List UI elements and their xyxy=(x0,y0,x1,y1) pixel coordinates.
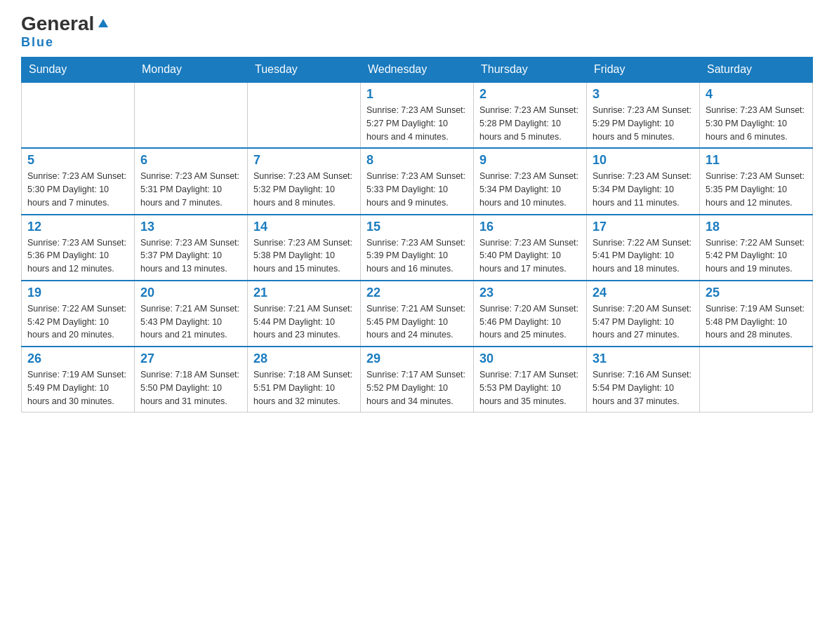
day-info: Sunrise: 7:23 AM Sunset: 5:35 PM Dayligh… xyxy=(706,170,807,209)
day-header-sunday: Sunday xyxy=(22,58,135,83)
calendar-cell: 28Sunrise: 7:18 AM Sunset: 5:51 PM Dayli… xyxy=(248,347,361,412)
day-info: Sunrise: 7:21 AM Sunset: 5:45 PM Dayligh… xyxy=(366,302,468,342)
day-number: 8 xyxy=(366,153,468,168)
calendar-cell: 15Sunrise: 7:23 AM Sunset: 5:39 PM Dayli… xyxy=(361,215,474,281)
day-info: Sunrise: 7:23 AM Sunset: 5:32 PM Dayligh… xyxy=(253,170,355,209)
day-number: 29 xyxy=(366,351,468,366)
calendar-cell: 22Sunrise: 7:21 AM Sunset: 5:45 PM Dayli… xyxy=(361,281,474,347)
day-number: 23 xyxy=(479,286,581,300)
calendar-cell: 12Sunrise: 7:23 AM Sunset: 5:36 PM Dayli… xyxy=(22,215,135,281)
calendar-cell: 21Sunrise: 7:21 AM Sunset: 5:44 PM Dayli… xyxy=(248,281,361,347)
day-number: 17 xyxy=(593,220,694,234)
day-info: Sunrise: 7:23 AM Sunset: 5:36 PM Dayligh… xyxy=(27,236,128,276)
day-info: Sunrise: 7:19 AM Sunset: 5:48 PM Dayligh… xyxy=(706,302,807,342)
day-number: 19 xyxy=(27,286,128,300)
day-header-tuesday: Tuesday xyxy=(248,58,361,83)
day-info: Sunrise: 7:23 AM Sunset: 5:27 PM Dayligh… xyxy=(366,104,468,143)
week-row-4: 19Sunrise: 7:22 AM Sunset: 5:42 PM Dayli… xyxy=(22,281,813,347)
day-info: Sunrise: 7:23 AM Sunset: 5:30 PM Dayligh… xyxy=(706,104,807,143)
day-number: 11 xyxy=(706,153,807,168)
day-info: Sunrise: 7:18 AM Sunset: 5:50 PM Dayligh… xyxy=(140,368,241,408)
day-header-thursday: Thursday xyxy=(474,58,587,83)
day-number: 22 xyxy=(366,286,468,300)
day-info: Sunrise: 7:22 AM Sunset: 5:41 PM Dayligh… xyxy=(593,236,694,276)
logo-text-blue: Blue xyxy=(21,35,54,50)
day-info: Sunrise: 7:23 AM Sunset: 5:28 PM Dayligh… xyxy=(479,104,581,143)
day-number: 16 xyxy=(479,220,581,234)
calendar-cell xyxy=(22,82,135,148)
day-number: 6 xyxy=(140,153,241,168)
day-info: Sunrise: 7:23 AM Sunset: 5:30 PM Dayligh… xyxy=(27,170,128,209)
day-info: Sunrise: 7:21 AM Sunset: 5:44 PM Dayligh… xyxy=(253,302,355,342)
day-info: Sunrise: 7:22 AM Sunset: 5:42 PM Dayligh… xyxy=(27,302,128,342)
day-number: 25 xyxy=(706,286,807,300)
calendar-header-row: SundayMondayTuesdayWednesdayThursdayFrid… xyxy=(22,58,813,83)
day-number: 2 xyxy=(479,87,581,102)
calendar-cell: 13Sunrise: 7:23 AM Sunset: 5:37 PM Dayli… xyxy=(135,215,248,281)
day-number: 20 xyxy=(140,286,241,300)
calendar-cell: 27Sunrise: 7:18 AM Sunset: 5:50 PM Dayli… xyxy=(135,347,248,412)
day-number: 31 xyxy=(593,351,694,366)
calendar-cell: 19Sunrise: 7:22 AM Sunset: 5:42 PM Dayli… xyxy=(22,281,135,347)
calendar-cell: 10Sunrise: 7:23 AM Sunset: 5:34 PM Dayli… xyxy=(587,148,700,214)
calendar-cell: 31Sunrise: 7:16 AM Sunset: 5:54 PM Dayli… xyxy=(587,347,700,412)
page-header: General Blue xyxy=(21,14,813,50)
day-number: 7 xyxy=(253,153,355,168)
logo: General Blue xyxy=(21,14,111,50)
calendar-cell: 20Sunrise: 7:21 AM Sunset: 5:43 PM Dayli… xyxy=(135,281,248,347)
day-number: 4 xyxy=(706,87,807,102)
calendar-cell: 6Sunrise: 7:23 AM Sunset: 5:31 PM Daylig… xyxy=(135,148,248,214)
calendar-cell: 16Sunrise: 7:23 AM Sunset: 5:40 PM Dayli… xyxy=(474,215,587,281)
day-info: Sunrise: 7:20 AM Sunset: 5:47 PM Dayligh… xyxy=(593,302,694,342)
calendar-cell xyxy=(135,82,248,148)
day-header-wednesday: Wednesday xyxy=(361,58,474,83)
svg-marker-0 xyxy=(98,19,108,27)
day-number: 3 xyxy=(593,87,694,102)
day-number: 13 xyxy=(140,220,241,234)
day-number: 12 xyxy=(27,220,128,234)
day-number: 15 xyxy=(366,220,468,234)
week-row-3: 12Sunrise: 7:23 AM Sunset: 5:36 PM Dayli… xyxy=(22,215,813,281)
calendar-cell: 3Sunrise: 7:23 AM Sunset: 5:29 PM Daylig… xyxy=(587,82,700,148)
day-number: 10 xyxy=(593,153,694,168)
calendar-table: SundayMondayTuesdayWednesdayThursdayFrid… xyxy=(21,57,813,412)
calendar-cell: 4Sunrise: 7:23 AM Sunset: 5:30 PM Daylig… xyxy=(700,82,813,148)
day-number: 28 xyxy=(253,351,355,366)
calendar-cell: 2Sunrise: 7:23 AM Sunset: 5:28 PM Daylig… xyxy=(474,82,587,148)
week-row-5: 26Sunrise: 7:19 AM Sunset: 5:49 PM Dayli… xyxy=(22,347,813,412)
calendar-cell: 26Sunrise: 7:19 AM Sunset: 5:49 PM Dayli… xyxy=(22,347,135,412)
week-row-2: 5Sunrise: 7:23 AM Sunset: 5:30 PM Daylig… xyxy=(22,148,813,214)
day-info: Sunrise: 7:23 AM Sunset: 5:29 PM Dayligh… xyxy=(593,104,694,143)
calendar-cell: 8Sunrise: 7:23 AM Sunset: 5:33 PM Daylig… xyxy=(361,148,474,214)
calendar-cell: 11Sunrise: 7:23 AM Sunset: 5:35 PM Dayli… xyxy=(700,148,813,214)
calendar-cell: 25Sunrise: 7:19 AM Sunset: 5:48 PM Dayli… xyxy=(700,281,813,347)
calendar-cell: 23Sunrise: 7:20 AM Sunset: 5:46 PM Dayli… xyxy=(474,281,587,347)
calendar-cell: 7Sunrise: 7:23 AM Sunset: 5:32 PM Daylig… xyxy=(248,148,361,214)
day-info: Sunrise: 7:21 AM Sunset: 5:43 PM Dayligh… xyxy=(140,302,241,342)
day-header-friday: Friday xyxy=(587,58,700,83)
day-info: Sunrise: 7:23 AM Sunset: 5:39 PM Dayligh… xyxy=(366,236,468,276)
calendar-cell: 14Sunrise: 7:23 AM Sunset: 5:38 PM Dayli… xyxy=(248,215,361,281)
day-info: Sunrise: 7:23 AM Sunset: 5:31 PM Dayligh… xyxy=(140,170,241,209)
day-number: 30 xyxy=(479,351,581,366)
day-info: Sunrise: 7:16 AM Sunset: 5:54 PM Dayligh… xyxy=(593,368,694,408)
calendar-cell xyxy=(700,347,813,412)
day-header-monday: Monday xyxy=(135,58,248,83)
day-number: 1 xyxy=(366,87,468,102)
day-info: Sunrise: 7:23 AM Sunset: 5:37 PM Dayligh… xyxy=(140,236,241,276)
day-header-saturday: Saturday xyxy=(700,58,813,83)
calendar-cell: 24Sunrise: 7:20 AM Sunset: 5:47 PM Dayli… xyxy=(587,281,700,347)
day-number: 26 xyxy=(27,351,128,366)
day-info: Sunrise: 7:23 AM Sunset: 5:34 PM Dayligh… xyxy=(593,170,694,209)
day-info: Sunrise: 7:22 AM Sunset: 5:42 PM Dayligh… xyxy=(706,236,807,276)
week-row-1: 1Sunrise: 7:23 AM Sunset: 5:27 PM Daylig… xyxy=(22,82,813,148)
calendar-cell: 9Sunrise: 7:23 AM Sunset: 5:34 PM Daylig… xyxy=(474,148,587,214)
day-info: Sunrise: 7:17 AM Sunset: 5:53 PM Dayligh… xyxy=(479,368,581,408)
day-info: Sunrise: 7:23 AM Sunset: 5:40 PM Dayligh… xyxy=(479,236,581,276)
day-info: Sunrise: 7:20 AM Sunset: 5:46 PM Dayligh… xyxy=(479,302,581,342)
day-info: Sunrise: 7:23 AM Sunset: 5:38 PM Dayligh… xyxy=(253,236,355,276)
calendar-cell: 18Sunrise: 7:22 AM Sunset: 5:42 PM Dayli… xyxy=(700,215,813,281)
day-info: Sunrise: 7:17 AM Sunset: 5:52 PM Dayligh… xyxy=(366,368,468,408)
day-number: 27 xyxy=(140,351,241,366)
day-number: 9 xyxy=(479,153,581,168)
